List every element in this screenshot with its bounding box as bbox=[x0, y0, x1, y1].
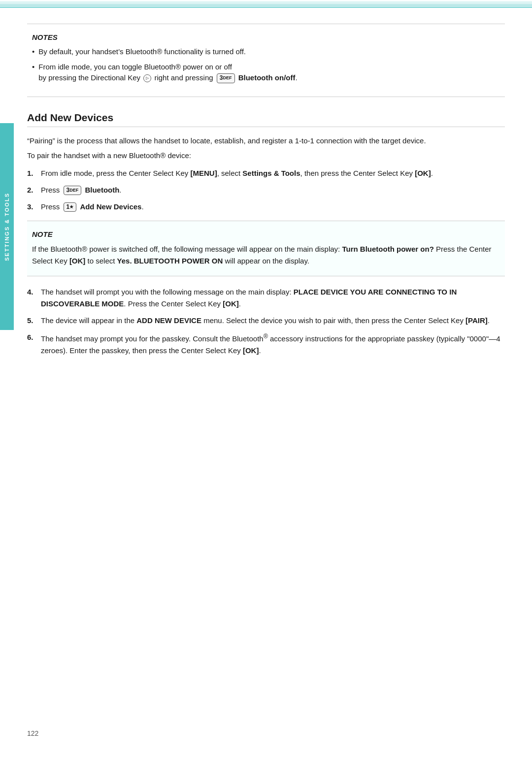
notes-text-2-part2: by pressing the Directional Key bbox=[38, 73, 140, 82]
step-2: 2. Press 3 DEF Bluetooth. bbox=[27, 184, 505, 196]
step-3-text: Press 1 ★ Add New Devices. bbox=[41, 201, 144, 213]
sidebar-label: SETTINGS & TOOLS bbox=[4, 193, 10, 261]
add-new-devices-section: Add New Devices “Pairing” is the process… bbox=[27, 112, 505, 357]
top-line-1 bbox=[0, 1, 532, 2]
step-1: 1. From idle mode, press the Center Sele… bbox=[27, 167, 505, 179]
step-1-key-menu: [MENU] bbox=[190, 169, 217, 177]
step-4-key-ok: [OK] bbox=[223, 299, 239, 308]
step-6-number: 6. bbox=[27, 331, 41, 343]
note-box: NOTE If the Bluetooth® power is switched… bbox=[27, 221, 505, 276]
step-1-text: From idle mode, press the Center Select … bbox=[41, 167, 433, 179]
step-4-bold: PLACE DEVICE YOU ARE CONNECTING TO IN DI… bbox=[41, 288, 457, 308]
main-content: NOTES • By default, your handset’s Bluet… bbox=[27, 9, 505, 357]
note-box-title: NOTE bbox=[32, 230, 500, 238]
notes-box: NOTES • By default, your handset’s Bluet… bbox=[27, 24, 505, 97]
step-1-key-ok: [OK] bbox=[415, 169, 431, 177]
step-5-text: The device will appear in the ADD NEW DE… bbox=[41, 315, 490, 327]
note-text-part1: If the Bluetooth® power is switched off,… bbox=[32, 245, 342, 253]
step-3-number: 3. bbox=[27, 201, 41, 213]
step-3-key-badge: 1 ★ bbox=[64, 202, 77, 212]
notes-text-2: From idle mode, you can toggle Bluetooth… bbox=[38, 62, 297, 84]
step-5-key-pair: [PAIR] bbox=[466, 316, 488, 325]
notes-item-2: • From idle mode, you can toggle Bluetoo… bbox=[32, 62, 500, 84]
step-2-bluetooth-bold: Bluetooth bbox=[85, 186, 119, 194]
top-line-5 bbox=[0, 7, 532, 8]
intro-text-1: “Pairing” is the process that allows the… bbox=[27, 135, 505, 147]
notes-bluetooth-bold: Bluetooth on/off bbox=[238, 73, 296, 82]
top-line-2 bbox=[0, 2, 532, 3]
step-4-text: The handset will prompt you with the fol… bbox=[41, 286, 505, 310]
steps-list-continued: 4. The handset will prompt you with the … bbox=[27, 286, 505, 357]
notes-title: NOTES bbox=[32, 33, 500, 41]
bullet-2: • bbox=[32, 62, 34, 73]
notes-text-2-part1: From idle mode, you can toggle Bluetooth… bbox=[38, 63, 232, 71]
steps-list: 1. From idle mode, press the Center Sele… bbox=[27, 167, 505, 213]
top-line-4 bbox=[0, 5, 532, 6]
step-3-addnew-bold: Add New Devices bbox=[80, 202, 141, 211]
note-text-part4: will appear on the display. bbox=[223, 257, 309, 265]
notes-text-1: By default, your handset’s Bluetooth® fu… bbox=[38, 46, 246, 58]
intro-text-2: To pair the handset with a new Bluetooth… bbox=[27, 150, 505, 162]
directional-key-icon bbox=[143, 74, 151, 82]
step-2-text: Press 3 DEF Bluetooth. bbox=[41, 184, 122, 196]
step-6: 6. The handset may prompt you for the pa… bbox=[27, 331, 505, 357]
section-title: Add New Devices bbox=[27, 112, 505, 127]
step-6-key-ok: [OK] bbox=[243, 346, 259, 355]
notes-item-1: • By default, your handset’s Bluetooth® … bbox=[32, 46, 500, 58]
note-box-text: If the Bluetooth® power is switched off,… bbox=[32, 243, 500, 267]
sidebar: SETTINGS & TOOLS bbox=[0, 123, 14, 330]
step-5-bold: ADD NEW DEVICE bbox=[136, 316, 201, 325]
step-5-number: 5. bbox=[27, 315, 41, 327]
note-bold-1: Turn Bluetooth power on? bbox=[342, 245, 433, 253]
step-6-text: The handset may prompt you for the passk… bbox=[41, 331, 505, 357]
step-1-number: 1. bbox=[27, 167, 41, 179]
step-3: 3. Press 1 ★ Add New Devices. bbox=[27, 201, 505, 213]
page-number: 122 bbox=[27, 729, 38, 737]
step-2-key-badge: 3 DEF bbox=[64, 186, 82, 196]
note-key-ok: [OK] bbox=[69, 257, 86, 265]
step-4: 4. The handset will prompt you with the … bbox=[27, 286, 505, 310]
step-4-number: 4. bbox=[27, 286, 41, 298]
top-line-3 bbox=[0, 4, 532, 5]
step-2-number: 2. bbox=[27, 184, 41, 196]
note-text-part3: to select bbox=[85, 257, 117, 265]
note-bold-2: Yes. BLUETOOTH POWER ON bbox=[117, 257, 223, 265]
bullet-1: • bbox=[32, 46, 34, 58]
top-decorative-lines bbox=[0, 0, 532, 9]
key-badge-3def: 3 DEF bbox=[217, 73, 235, 83]
notes-text-2-part3: right and pressing bbox=[154, 73, 213, 82]
step-1-settings-bold: Settings & Tools bbox=[242, 169, 300, 177]
step-5: 5. The device will appear in the ADD NEW… bbox=[27, 315, 505, 327]
